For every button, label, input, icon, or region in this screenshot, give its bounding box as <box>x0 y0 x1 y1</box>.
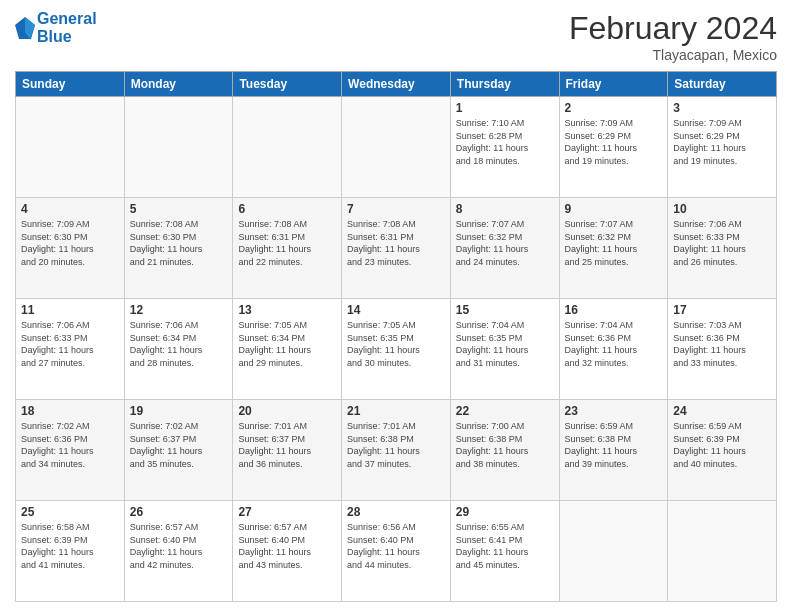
calendar-cell: 18Sunrise: 7:02 AM Sunset: 6:36 PM Dayli… <box>16 400 125 501</box>
calendar-cell: 13Sunrise: 7:05 AM Sunset: 6:34 PM Dayli… <box>233 299 342 400</box>
calendar-cell: 16Sunrise: 7:04 AM Sunset: 6:36 PM Dayli… <box>559 299 668 400</box>
day-number: 6 <box>238 202 336 216</box>
day-info: Sunrise: 6:57 AM Sunset: 6:40 PM Dayligh… <box>130 521 228 571</box>
day-info: Sunrise: 7:03 AM Sunset: 6:36 PM Dayligh… <box>673 319 771 369</box>
calendar-cell: 4Sunrise: 7:09 AM Sunset: 6:30 PM Daylig… <box>16 198 125 299</box>
day-number: 28 <box>347 505 445 519</box>
calendar-cell: 9Sunrise: 7:07 AM Sunset: 6:32 PM Daylig… <box>559 198 668 299</box>
calendar-cell: 24Sunrise: 6:59 AM Sunset: 6:39 PM Dayli… <box>668 400 777 501</box>
day-info: Sunrise: 7:08 AM Sunset: 6:30 PM Dayligh… <box>130 218 228 268</box>
day-info: Sunrise: 7:09 AM Sunset: 6:30 PM Dayligh… <box>21 218 119 268</box>
day-info: Sunrise: 6:55 AM Sunset: 6:41 PM Dayligh… <box>456 521 554 571</box>
day-info: Sunrise: 7:05 AM Sunset: 6:34 PM Dayligh… <box>238 319 336 369</box>
calendar-cell: 27Sunrise: 6:57 AM Sunset: 6:40 PM Dayli… <box>233 501 342 602</box>
day-number: 4 <box>21 202 119 216</box>
day-info: Sunrise: 7:07 AM Sunset: 6:32 PM Dayligh… <box>456 218 554 268</box>
day-info: Sunrise: 6:58 AM Sunset: 6:39 PM Dayligh… <box>21 521 119 571</box>
calendar-cell <box>124 97 233 198</box>
calendar-cell: 6Sunrise: 7:08 AM Sunset: 6:31 PM Daylig… <box>233 198 342 299</box>
calendar-cell: 21Sunrise: 7:01 AM Sunset: 6:38 PM Dayli… <box>342 400 451 501</box>
day-number: 10 <box>673 202 771 216</box>
day-info: Sunrise: 7:10 AM Sunset: 6:28 PM Dayligh… <box>456 117 554 167</box>
calendar-cell: 2Sunrise: 7:09 AM Sunset: 6:29 PM Daylig… <box>559 97 668 198</box>
day-info: Sunrise: 7:08 AM Sunset: 6:31 PM Dayligh… <box>347 218 445 268</box>
day-info: Sunrise: 6:59 AM Sunset: 6:39 PM Dayligh… <box>673 420 771 470</box>
day-number: 26 <box>130 505 228 519</box>
day-info: Sunrise: 7:08 AM Sunset: 6:31 PM Dayligh… <box>238 218 336 268</box>
day-info: Sunrise: 7:01 AM Sunset: 6:37 PM Dayligh… <box>238 420 336 470</box>
calendar-cell: 22Sunrise: 7:00 AM Sunset: 6:38 PM Dayli… <box>450 400 559 501</box>
day-info: Sunrise: 6:57 AM Sunset: 6:40 PM Dayligh… <box>238 521 336 571</box>
calendar-cell: 25Sunrise: 6:58 AM Sunset: 6:39 PM Dayli… <box>16 501 125 602</box>
subtitle: Tlayacapan, Mexico <box>569 47 777 63</box>
day-number: 13 <box>238 303 336 317</box>
day-number: 5 <box>130 202 228 216</box>
day-info: Sunrise: 6:59 AM Sunset: 6:38 PM Dayligh… <box>565 420 663 470</box>
day-info: Sunrise: 6:56 AM Sunset: 6:40 PM Dayligh… <box>347 521 445 571</box>
day-info: Sunrise: 7:04 AM Sunset: 6:35 PM Dayligh… <box>456 319 554 369</box>
day-number: 22 <box>456 404 554 418</box>
day-number: 11 <box>21 303 119 317</box>
day-number: 2 <box>565 101 663 115</box>
day-info: Sunrise: 7:02 AM Sunset: 6:36 PM Dayligh… <box>21 420 119 470</box>
day-info: Sunrise: 7:01 AM Sunset: 6:38 PM Dayligh… <box>347 420 445 470</box>
calendar-cell: 23Sunrise: 6:59 AM Sunset: 6:38 PM Dayli… <box>559 400 668 501</box>
day-number: 23 <box>565 404 663 418</box>
day-header: Thursday <box>450 72 559 97</box>
logo-text: General Blue <box>37 10 97 45</box>
day-number: 9 <box>565 202 663 216</box>
day-number: 12 <box>130 303 228 317</box>
day-info: Sunrise: 7:06 AM Sunset: 6:34 PM Dayligh… <box>130 319 228 369</box>
day-number: 29 <box>456 505 554 519</box>
calendar-cell: 11Sunrise: 7:06 AM Sunset: 6:33 PM Dayli… <box>16 299 125 400</box>
calendar-cell: 20Sunrise: 7:01 AM Sunset: 6:37 PM Dayli… <box>233 400 342 501</box>
day-header: Monday <box>124 72 233 97</box>
day-header: Saturday <box>668 72 777 97</box>
calendar-cell: 26Sunrise: 6:57 AM Sunset: 6:40 PM Dayli… <box>124 501 233 602</box>
calendar-cell: 10Sunrise: 7:06 AM Sunset: 6:33 PM Dayli… <box>668 198 777 299</box>
header: General Blue February 2024 Tlayacapan, M… <box>15 10 777 63</box>
day-number: 16 <box>565 303 663 317</box>
day-info: Sunrise: 7:06 AM Sunset: 6:33 PM Dayligh… <box>21 319 119 369</box>
calendar-cell: 15Sunrise: 7:04 AM Sunset: 6:35 PM Dayli… <box>450 299 559 400</box>
day-number: 18 <box>21 404 119 418</box>
day-number: 19 <box>130 404 228 418</box>
calendar-cell <box>16 97 125 198</box>
day-number: 20 <box>238 404 336 418</box>
day-info: Sunrise: 7:02 AM Sunset: 6:37 PM Dayligh… <box>130 420 228 470</box>
day-info: Sunrise: 7:00 AM Sunset: 6:38 PM Dayligh… <box>456 420 554 470</box>
page: General Blue February 2024 Tlayacapan, M… <box>0 0 792 612</box>
day-header: Sunday <box>16 72 125 97</box>
calendar-cell <box>342 97 451 198</box>
calendar-cell: 12Sunrise: 7:06 AM Sunset: 6:34 PM Dayli… <box>124 299 233 400</box>
calendar-cell: 29Sunrise: 6:55 AM Sunset: 6:41 PM Dayli… <box>450 501 559 602</box>
day-number: 1 <box>456 101 554 115</box>
logo: General Blue <box>15 10 97 45</box>
calendar-cell: 1Sunrise: 7:10 AM Sunset: 6:28 PM Daylig… <box>450 97 559 198</box>
day-info: Sunrise: 7:04 AM Sunset: 6:36 PM Dayligh… <box>565 319 663 369</box>
day-info: Sunrise: 7:09 AM Sunset: 6:29 PM Dayligh… <box>673 117 771 167</box>
logo-icon <box>15 17 35 39</box>
day-number: 21 <box>347 404 445 418</box>
day-number: 15 <box>456 303 554 317</box>
day-number: 27 <box>238 505 336 519</box>
day-header: Tuesday <box>233 72 342 97</box>
calendar-cell <box>668 501 777 602</box>
day-number: 25 <box>21 505 119 519</box>
calendar-cell: 5Sunrise: 7:08 AM Sunset: 6:30 PM Daylig… <box>124 198 233 299</box>
day-header: Friday <box>559 72 668 97</box>
calendar-cell: 7Sunrise: 7:08 AM Sunset: 6:31 PM Daylig… <box>342 198 451 299</box>
day-header: Wednesday <box>342 72 451 97</box>
calendar-cell: 28Sunrise: 6:56 AM Sunset: 6:40 PM Dayli… <box>342 501 451 602</box>
day-number: 7 <box>347 202 445 216</box>
main-title: February 2024 <box>569 10 777 47</box>
calendar-table: SundayMondayTuesdayWednesdayThursdayFrid… <box>15 71 777 602</box>
day-info: Sunrise: 7:07 AM Sunset: 6:32 PM Dayligh… <box>565 218 663 268</box>
calendar-cell: 3Sunrise: 7:09 AM Sunset: 6:29 PM Daylig… <box>668 97 777 198</box>
calendar-cell: 14Sunrise: 7:05 AM Sunset: 6:35 PM Dayli… <box>342 299 451 400</box>
day-number: 17 <box>673 303 771 317</box>
day-number: 14 <box>347 303 445 317</box>
day-number: 8 <box>456 202 554 216</box>
day-info: Sunrise: 7:09 AM Sunset: 6:29 PM Dayligh… <box>565 117 663 167</box>
title-block: February 2024 Tlayacapan, Mexico <box>569 10 777 63</box>
